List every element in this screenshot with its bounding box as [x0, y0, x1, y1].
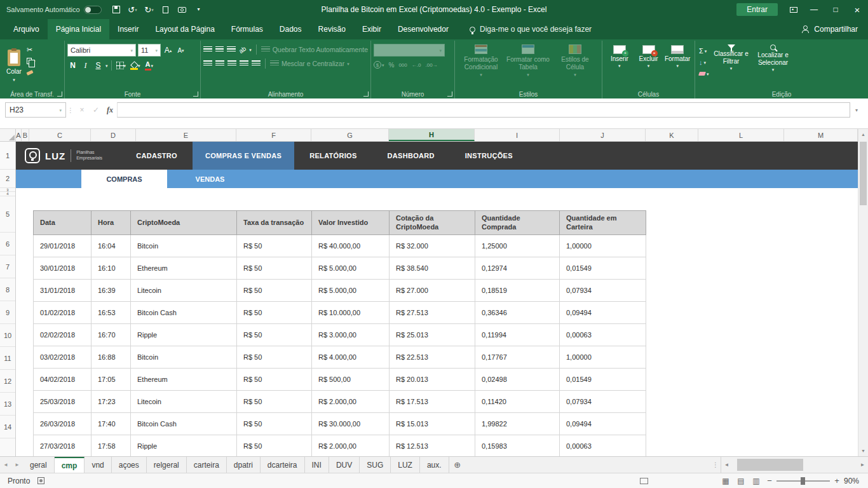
cell[interactable]: 0,11994: [475, 323, 560, 346]
cell[interactable]: R$ 10.000,00: [312, 301, 390, 323]
autosum-button[interactable]: Σ▾: [699, 46, 709, 55]
underline-button[interactable]: S: [93, 59, 104, 72]
fill-button[interactable]: ↓▾: [699, 58, 709, 67]
cell[interactable]: 30/01/2018: [34, 257, 92, 279]
cell[interactable]: 0,18519: [475, 279, 560, 301]
row-header-1[interactable]: 1: [0, 142, 15, 170]
cell[interactable]: 0,17767: [475, 346, 560, 368]
orientation-button[interactable]: ab: [238, 44, 247, 54]
column-header-l[interactable]: L: [698, 129, 784, 141]
table-row[interactable]: 27/03/201817:58RippleR$ 50R$ 2.000,00R$ …: [34, 435, 646, 456]
sheet-tab-relgeral[interactable]: relgeral: [147, 457, 187, 473]
align-middle-button[interactable]: [215, 46, 224, 53]
cell[interactable]: 1,00000: [560, 234, 646, 257]
column-header-a[interactable]: A: [16, 129, 22, 141]
cell[interactable]: Bitcoin: [131, 346, 237, 368]
cell[interactable]: 02/02/2018: [34, 323, 92, 346]
column-header-b[interactable]: B: [22, 129, 29, 141]
sort-filter-button[interactable]: Classificar e Filtrar ▾: [710, 43, 752, 71]
cell[interactable]: 16:04: [92, 234, 131, 257]
cell[interactable]: R$ 500,00: [312, 368, 390, 390]
ribbon-display-options-button[interactable]: [784, 0, 803, 19]
sheet-tab-duv[interactable]: DUV: [329, 457, 360, 473]
cell[interactable]: R$ 17.513: [390, 390, 475, 412]
sheet-tab-cmp[interactable]: cmp: [55, 457, 85, 473]
cell[interactable]: 1,00000: [560, 346, 646, 368]
cell[interactable]: R$ 4.000,00: [312, 346, 390, 368]
sign-in-button[interactable]: Entrar: [736, 3, 778, 16]
worksheet-canvas[interactable]: LUZ Planilhas Empresariais CADASTRO COMP…: [16, 142, 858, 456]
sheet-tab-vnd[interactable]: vnd: [85, 457, 111, 473]
tab-desenvolvedor[interactable]: Desenvolvedor: [390, 19, 457, 39]
cell[interactable]: R$ 5.000,00: [312, 257, 390, 279]
cell[interactable]: R$ 27.513: [390, 301, 475, 323]
cell[interactable]: 16:70: [92, 323, 131, 346]
cell[interactable]: R$ 50: [237, 301, 312, 323]
cell[interactable]: 17:23: [92, 390, 131, 412]
new-sheet-button[interactable]: ⊕: [449, 457, 466, 473]
align-center-button[interactable]: [215, 60, 224, 67]
cell[interactable]: 17:05: [92, 368, 131, 390]
sheet-tab-luz[interactable]: LUZ: [391, 457, 420, 473]
formula-bar-expand-icon[interactable]: ▾: [850, 102, 863, 118]
cell[interactable]: R$ 50: [237, 435, 312, 456]
number-format-select[interactable]: ▾: [374, 44, 445, 57]
tab-revisao[interactable]: Revisão: [310, 19, 354, 39]
dialog-launcher-icon[interactable]: [193, 92, 198, 97]
cell[interactable]: 0,00063: [560, 435, 646, 456]
column-header-d[interactable]: D: [91, 129, 136, 141]
clear-button[interactable]: ▾: [699, 69, 709, 78]
comma-style-button[interactable]: 000: [398, 62, 407, 68]
align-bottom-button[interactable]: [227, 46, 236, 53]
row-header-14[interactable]: 14: [0, 416, 15, 438]
cell[interactable]: 26/03/2018: [34, 412, 92, 435]
cell[interactable]: Ethereum: [131, 257, 237, 279]
autosave-toggle[interactable]: Salvamento Automático: [6, 6, 102, 14]
tab-arquivo[interactable]: Arquivo: [5, 19, 48, 39]
fill-color-button[interactable]: ▾: [129, 59, 142, 72]
table-row[interactable]: 29/01/201816:04BitcoinR$ 50R$ 40.000,00R…: [34, 234, 646, 257]
percent-style-button[interactable]: %: [389, 62, 395, 69]
table-row[interactable]: 03/02/201816:88BitcoinR$ 50R$ 4.000,00R$…: [34, 346, 646, 368]
name-box-divider[interactable]: ⋮: [66, 102, 75, 118]
cell[interactable]: 04/02/2018: [34, 368, 92, 390]
cell[interactable]: R$ 20.013: [390, 368, 475, 390]
table-row[interactable]: 25/03/201817:23LitecoinR$ 50R$ 2.000,00R…: [34, 390, 646, 412]
cell[interactable]: 16:10: [92, 257, 131, 279]
cell[interactable]: 16:88: [92, 346, 131, 368]
tab-bar-splitter-icon[interactable]: ⋮: [710, 457, 721, 473]
cell[interactable]: 0,09494: [560, 412, 646, 435]
close-button[interactable]: ×: [846, 0, 868, 19]
horizontal-scroll-thumb[interactable]: [737, 459, 803, 471]
sheet-tab-dcarteira[interactable]: dcarteira: [261, 457, 305, 473]
cell[interactable]: R$ 2.000,00: [312, 390, 390, 412]
scroll-down-icon[interactable]: ▼: [858, 445, 868, 456]
cell[interactable]: R$ 50: [237, 257, 312, 279]
cell[interactable]: 01/02/2018: [34, 301, 92, 323]
row-header-6[interactable]: 6: [0, 233, 15, 255]
sheet-tab-acoes[interactable]: açoes: [112, 457, 147, 473]
cell[interactable]: R$ 50: [237, 412, 312, 435]
wrap-text-button[interactable]: Quebrar Texto Automaticamente: [261, 46, 368, 53]
cell[interactable]: R$ 3.000,00: [312, 323, 390, 346]
table-row[interactable]: 02/02/201816:70RippleR$ 50R$ 3.000,00R$ …: [34, 323, 646, 346]
nav-instrucoes[interactable]: INSTRUÇÕES: [450, 142, 528, 170]
cell[interactable]: 0,11420: [475, 390, 560, 412]
align-right-button[interactable]: [227, 60, 236, 67]
customize-quick-access-button[interactable]: ▾: [191, 0, 207, 19]
vertical-scrollbar[interactable]: ▲ ▼: [858, 129, 868, 456]
save-button[interactable]: [108, 0, 125, 19]
cell[interactable]: R$ 25.013: [390, 323, 475, 346]
maximize-button[interactable]: □: [825, 0, 846, 19]
delete-cells-button[interactable]: Excluir ▾: [634, 43, 663, 68]
table-row[interactable]: 26/03/201817:40Bitcoin CashR$ 50R$ 30.00…: [34, 412, 646, 435]
cell-styles-button[interactable]: Estilos de Célula ▾: [552, 43, 599, 77]
dialog-launcher-icon[interactable]: [363, 92, 369, 97]
cell[interactable]: 1,99822: [475, 412, 560, 435]
redo-button[interactable]: ↻▾: [141, 0, 158, 19]
column-header-k[interactable]: K: [646, 129, 698, 141]
cell[interactable]: R$ 30.000,00: [312, 412, 390, 435]
macro-record-icon[interactable]: [37, 477, 44, 484]
nav-dashboard[interactable]: DASHBOARD: [372, 142, 450, 170]
minimize-button[interactable]: —: [803, 0, 825, 19]
